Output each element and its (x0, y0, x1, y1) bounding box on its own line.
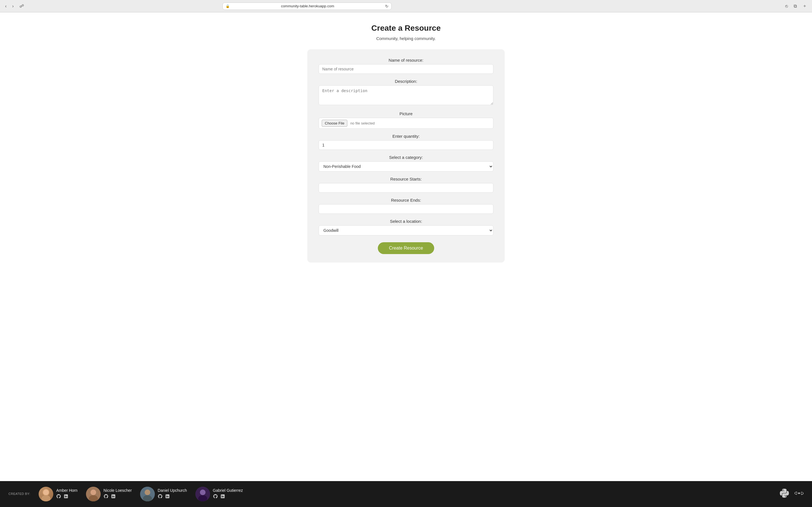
svg-point-10 (200, 490, 206, 495)
avatar-placeholder-amber (39, 487, 53, 501)
github-icon-nicole[interactable] (103, 494, 109, 500)
member-name-nicole: Nicole Loescher (103, 488, 132, 493)
lock-icon: 🔒 (225, 4, 230, 8)
github-icon-gabriel[interactable] (213, 494, 218, 500)
member-info-nicole: Nicole Loescher (103, 488, 132, 500)
category-group: Select a category: Non-Perishable Food P… (319, 155, 493, 172)
team-member-daniel: Daniel Upchurch (140, 487, 187, 501)
svg-point-1 (42, 495, 50, 501)
svg-point-2 (43, 490, 49, 495)
team-member-amber: Amber Horn (39, 487, 77, 501)
url-text: community-table.herokuapp.com (232, 4, 384, 8)
form-card: Name of resource: Description: Picture C… (307, 49, 505, 263)
location-group: Select a location: Goodwill Food Bank Co… (319, 219, 493, 235)
avatar-daniel (140, 487, 155, 501)
member-links-gabriel (213, 494, 243, 500)
choose-file-button[interactable]: Choose File (322, 120, 347, 127)
page-subtitle: Community, helping community. (6, 36, 806, 41)
member-name-daniel: Daniel Upchurch (158, 488, 187, 493)
avatar-image-amber (39, 487, 53, 501)
created-by-label: CREATED BY: (8, 492, 30, 496)
description-group: Description: (319, 79, 493, 106)
file-name-text: no file selected (350, 121, 375, 125)
description-label: Description: (319, 79, 493, 83)
member-info-daniel: Daniel Upchurch (158, 488, 187, 500)
svg-point-7 (145, 490, 150, 495)
python-icon (780, 489, 789, 499)
page-content: Create a Resource Community, helping com… (0, 12, 812, 481)
starts-group: Resource Starts: (319, 177, 493, 193)
name-input[interactable] (319, 64, 493, 74)
browser-actions: ⎋ ⧉ ＋ (783, 3, 809, 10)
react-icon (795, 489, 804, 499)
linkedin-icon-gabriel[interactable] (220, 494, 225, 500)
member-name-gabriel: Gabriel Gutierrez (213, 488, 243, 493)
window-button[interactable]: ⧉ (792, 3, 799, 10)
reload-button[interactable]: ↻ (385, 4, 389, 8)
number-input-wrap (319, 140, 493, 150)
team-members: Amber Horn (39, 487, 243, 501)
share-button[interactable]: ⎋ (783, 3, 790, 10)
category-label: Select a category: (319, 155, 493, 160)
quantity-input[interactable] (319, 140, 493, 150)
location-label: Select a location: (319, 219, 493, 224)
member-links-daniel (158, 494, 187, 500)
quantity-label: Enter quantity: (319, 134, 493, 138)
ends-group: Resource Ends: (319, 198, 493, 214)
starts-input[interactable] (319, 183, 493, 193)
ends-label: Resource Ends: (319, 198, 493, 203)
github-icon-amber[interactable] (56, 494, 61, 500)
member-links-nicole (103, 494, 132, 500)
create-resource-button[interactable]: Create Resource (378, 242, 435, 254)
linkedin-icon-nicole[interactable] (111, 494, 116, 500)
address-bar: 🔒 community-table.herokuapp.com ↻ (222, 3, 392, 10)
avatar-gabriel (195, 487, 210, 501)
ends-input[interactable] (319, 204, 493, 214)
description-textarea[interactable] (319, 86, 493, 105)
name-label: Name of resource: (319, 58, 493, 62)
browser-chrome: ‹ › ☍ 🔒 community-table.herokuapp.com ↻ … (0, 0, 812, 12)
location-select[interactable]: Goodwill Food Bank Community Center Libr… (319, 225, 493, 235)
page-title: Create a Resource (6, 24, 806, 33)
team-member-nicole: Nicole Loescher (86, 487, 132, 501)
member-links-amber (56, 494, 77, 500)
avatar-nicole (86, 487, 101, 501)
sidebar-button[interactable]: ☍ (18, 3, 26, 9)
category-select[interactable]: Non-Perishable Food Perishable Food Clot… (319, 161, 493, 172)
quantity-group: Enter quantity: (319, 134, 493, 150)
member-info-gabriel: Gabriel Gutierrez (213, 488, 243, 500)
file-input-wrap: Choose File no file selected (319, 118, 493, 129)
github-icon-daniel[interactable] (158, 494, 163, 500)
footer-tech-icons (780, 489, 804, 499)
starts-label: Resource Starts: (319, 177, 493, 181)
avatar-image-daniel (140, 487, 155, 501)
picture-label: Picture (319, 111, 493, 116)
team-member-gabriel: Gabriel Gutierrez (195, 487, 243, 501)
name-group: Name of resource: (319, 58, 493, 74)
footer: CREATED BY: Amber Horn (0, 481, 812, 507)
avatar-image-nicole (86, 487, 101, 501)
avatar-image-gabriel (195, 487, 210, 501)
back-button[interactable]: ‹ (3, 3, 8, 9)
linkedin-icon-amber[interactable] (63, 494, 68, 500)
picture-group: Picture Choose File no file selected (319, 111, 493, 129)
linkedin-icon-daniel[interactable] (165, 494, 170, 500)
member-name-amber: Amber Horn (56, 488, 77, 493)
svg-point-4 (91, 490, 96, 495)
forward-button[interactable]: › (10, 3, 15, 9)
avatar-amber (39, 487, 53, 501)
new-tab-button[interactable]: ＋ (801, 3, 809, 10)
member-info-amber: Amber Horn (56, 488, 77, 500)
